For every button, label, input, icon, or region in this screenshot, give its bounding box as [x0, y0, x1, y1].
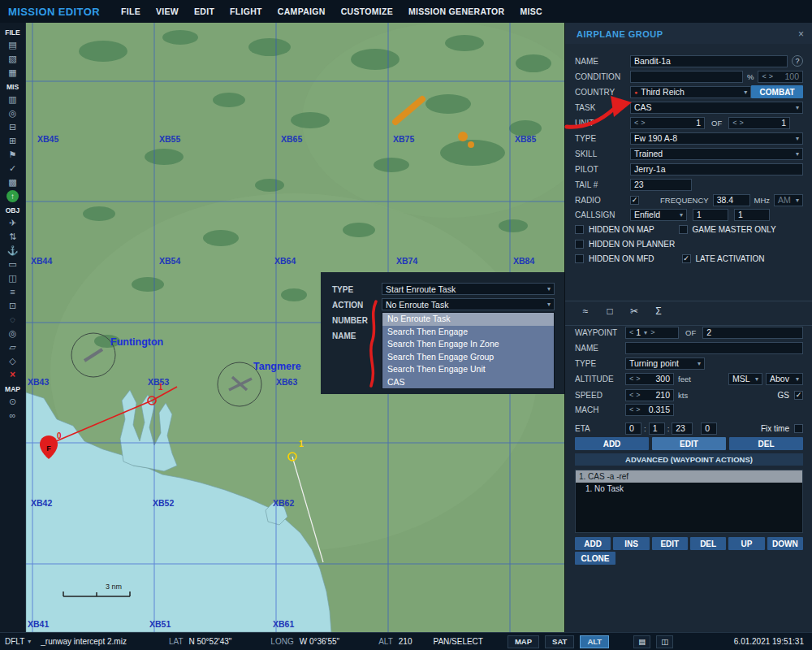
weather-icon[interactable]: ⊟ [6, 121, 20, 133]
altitude-ref2-dropdown[interactable]: Abov▾ [766, 373, 803, 385]
aircraft-type-dropdown[interactable]: Fw 190 A-8▾ [630, 132, 803, 145]
pilot-input[interactable]: Jerry-1a [630, 163, 803, 176]
waypoint-actions-listbox[interactable]: 1. CAS -a -ref 1. No Task [575, 470, 803, 533]
eta-minutes-input[interactable]: 1 [649, 422, 665, 435]
action-list-item[interactable]: 1. No Task [576, 483, 802, 495]
late-activation-checkbox[interactable]: ✓ [682, 254, 691, 263]
mach-spinner[interactable]: <> 0.315 [625, 404, 674, 416]
hidden-on-map-checkbox[interactable] [575, 225, 584, 234]
hidden-on-mfd-checkbox[interactable] [575, 254, 584, 263]
farp-icon[interactable]: ⊡ [6, 300, 20, 312]
template-icon[interactable]: ≡ [6, 286, 20, 298]
route-tool-icon[interactable]: ≈ [577, 306, 594, 317]
menu-campaign[interactable]: CAMPAIGN [278, 6, 326, 16]
edit-waypoint-button[interactable]: EDIT [652, 437, 726, 450]
alt-layer-button[interactable]: ALT [580, 635, 609, 648]
ship-group-icon[interactable]: ⚓ [6, 245, 20, 257]
waypoint-selector[interactable]: <1 ▾> [625, 327, 679, 339]
action-edit-button[interactable]: EDIT [652, 537, 688, 550]
menu-view[interactable]: VIEW [156, 6, 179, 16]
upload-mission-icon[interactable]: ↑ [6, 190, 19, 202]
save-mission-icon[interactable]: ▦ [6, 67, 20, 79]
open-mission-icon[interactable]: ▧ [6, 53, 20, 65]
eta-extra-input[interactable]: 0 [701, 422, 717, 435]
enroute-action-dropdown[interactable]: No Enroute Task▾ [382, 298, 555, 310]
fix-time-checkbox[interactable] [794, 424, 803, 433]
combat-button[interactable]: COMBAT [751, 85, 803, 98]
unit-count-spinner[interactable]: <> 1 [630, 117, 705, 129]
delete-object-icon[interactable]: × [6, 369, 20, 381]
altitude-spinner[interactable]: <> 300 [625, 373, 674, 385]
option-cas[interactable]: CAS [382, 376, 554, 389]
helicopter-group-icon[interactable]: ⇅ [6, 231, 20, 243]
panel-close-button[interactable]: × [798, 28, 804, 40]
task-dropdown[interactable]: CAS▾ [630, 102, 803, 114]
unit-total-spinner[interactable]: <> 1 [728, 117, 790, 129]
task-type-dropdown[interactable]: Start Enroute Task▾ [382, 283, 555, 295]
help-button[interactable]: ? [792, 55, 803, 67]
briefing-icon[interactable]: ▥ [6, 93, 20, 106]
modulation-dropdown[interactable]: AM▾ [774, 194, 803, 206]
distance-tool-icon[interactable]: ∞ [6, 410, 20, 422]
eta-seconds-input[interactable]: 23 [672, 422, 693, 435]
condition-input[interactable] [630, 71, 743, 83]
display-icon[interactable]: ◫ [656, 635, 673, 648]
callsign-number2-input[interactable]: 1 [734, 209, 770, 221]
speed-spinner[interactable]: <> 210 [625, 389, 674, 401]
static-object-icon[interactable]: ◫ [6, 272, 20, 284]
action-up-button[interactable]: UP [728, 537, 764, 550]
edit-tools-icon[interactable]: ✂ [625, 306, 643, 317]
frequency-input[interactable]: 38.4 [713, 194, 750, 206]
advanced-actions-button[interactable]: ADVANCED (WAYPOINT ACTIONS) [575, 453, 803, 466]
callsign-number1-input[interactable]: 1 [693, 209, 728, 221]
keyboard-icon[interactable]: ▤ [633, 635, 650, 648]
validate-icon[interactable]: ✓ [6, 162, 20, 175]
menu-misc[interactable]: MISC [520, 6, 542, 16]
action-del-button[interactable]: DEL [690, 537, 726, 550]
map-options-icon[interactable]: ⊙ [6, 396, 20, 408]
hidden-on-planner-checkbox[interactable] [575, 240, 584, 249]
target-icon[interactable]: ◎ [6, 327, 20, 340]
tail-number-input[interactable]: 23 [630, 179, 692, 191]
map-layer-button[interactable]: MAP [508, 635, 539, 648]
callsign-dropdown[interactable]: Enfield▾ [630, 209, 687, 221]
action-down-button[interactable]: DOWN [767, 537, 803, 550]
triggers-icon[interactable]: ⊞ [6, 135, 20, 147]
initial-point-icon[interactable]: ◇ [6, 355, 20, 367]
option-search-then-engage-group[interactable]: Search Then Engage Group [382, 351, 554, 364]
menu-mission-generator[interactable]: MISSION GENERATOR [408, 6, 504, 16]
new-mission-icon[interactable]: ▤ [6, 39, 20, 51]
country-dropdown[interactable]: ● Third Reich▾ [630, 86, 751, 98]
zone-tool-icon[interactable]: □ [601, 306, 619, 317]
option-search-then-engage-unit[interactable]: Search Then Engage Unit [382, 363, 554, 376]
option-search-then-engage[interactable]: Search Then Engage [382, 326, 554, 339]
clone-button[interactable]: CLONE [575, 552, 615, 565]
goals-icon[interactable]: ⚑ [6, 149, 20, 161]
airplane-group-icon[interactable]: ✈ [6, 217, 20, 229]
layer-dropdown[interactable]: DFLT▾ [5, 637, 31, 646]
menu-flight[interactable]: FLIGHT [230, 6, 262, 16]
game-master-only-checkbox[interactable] [679, 225, 688, 234]
menu-file[interactable]: FILE [121, 6, 140, 16]
group-name-input[interactable]: Bandit-1a [630, 55, 788, 67]
option-no-enroute-task[interactable]: No Enroute Task [382, 313, 554, 326]
menu-edit[interactable]: EDIT [194, 6, 214, 16]
add-waypoint-button[interactable]: ADD [575, 437, 649, 450]
waypoint-type-dropdown[interactable]: Turning point▾ [625, 358, 705, 370]
selected-action-item[interactable]: 1. CAS -a -ref [576, 470, 802, 483]
unit-list-icon[interactable]: ▱ [6, 341, 20, 353]
summary-icon[interactable]: ▩ [6, 176, 20, 188]
action-add-button[interactable]: ADD [575, 537, 611, 550]
eta-hours-input[interactable]: 0 [625, 422, 641, 435]
option-search-then-engage-in-zone[interactable]: Search Then Engage In Zone [382, 338, 554, 351]
sat-layer-button[interactable]: SAT [545, 635, 574, 648]
menu-customize[interactable]: CUSTOMIZE [341, 6, 393, 16]
radio-checkbox[interactable]: ✓ [630, 196, 639, 205]
vehicle-group-icon[interactable]: ▭ [6, 258, 20, 271]
loadout-icon[interactable]: ◎ [6, 107, 20, 119]
waypoint-name-input[interactable] [625, 342, 803, 354]
summary-tool-icon[interactable]: Σ [650, 306, 667, 317]
condition-spinner[interactable]: <> 100 [758, 71, 803, 83]
skill-dropdown[interactable]: Trained▾ [630, 148, 803, 160]
del-waypoint-button[interactable]: DEL [729, 437, 803, 450]
